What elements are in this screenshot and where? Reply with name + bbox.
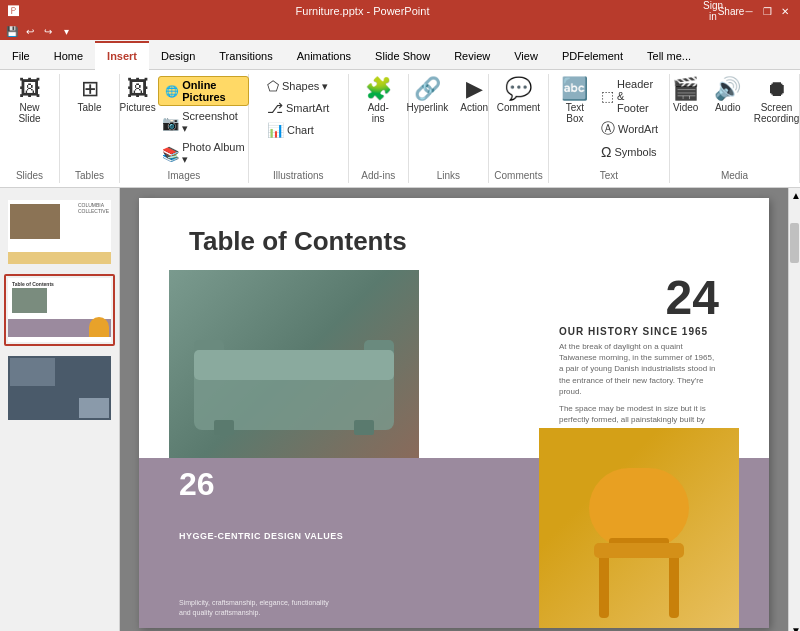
- group-text: 🔤 TextBox ⬚ Header & Footer Ⓐ WordArt Ω …: [549, 74, 670, 183]
- ribbon-content: 🖼 NewSlide Slides ⊞ Table Tables 🖼 Pictu: [0, 70, 800, 187]
- hyperlink-icon: 🔗: [414, 78, 441, 100]
- save-quick-btn[interactable]: 💾: [4, 23, 20, 39]
- hyperlink-btn[interactable]: 🔗 Hyperlink: [403, 76, 453, 115]
- group-tables: ⊞ Table Tables: [60, 74, 120, 183]
- sofa-image: [169, 270, 419, 460]
- quick-access-toolbar: 💾 ↩ ↪ ▾: [0, 22, 800, 40]
- tab-review[interactable]: Review: [442, 40, 502, 69]
- restore-btn[interactable]: ❒: [760, 4, 774, 18]
- slide1-accent-bar: [8, 252, 111, 264]
- slide1-mini-content: COLUMBIACOLLECTIVE: [8, 200, 111, 264]
- pictures-icon: 🖼: [127, 78, 149, 100]
- scroll-down-btn[interactable]: ▼: [789, 623, 800, 631]
- slide2-chair-img: [89, 317, 109, 337]
- tab-transitions[interactable]: Transitions: [207, 40, 284, 69]
- audio-icon: 🔊: [714, 78, 741, 100]
- undo-btn[interactable]: ↩: [22, 23, 38, 39]
- shapes-label: Shapes ▾: [282, 80, 328, 93]
- tab-slideshow[interactable]: Slide Show: [363, 40, 442, 69]
- images-group-label: Images: [167, 168, 200, 181]
- online-pictures-label: Online Pictures: [182, 79, 242, 103]
- hygge-title: HYGGE-CENTRIC DESIGN VALUES: [179, 530, 343, 543]
- pictures-btn[interactable]: 🖼 Pictures: [119, 76, 156, 115]
- addins-btn[interactable]: 🧩 Add-ins: [358, 76, 398, 126]
- hygge-text1: Simplicity, craftsmanship, elegance, fun…: [179, 598, 339, 618]
- online-pictures-btn[interactable]: 🌐 Online Pictures: [158, 76, 249, 106]
- group-addins: 🧩 Add-ins Add-ins: [349, 74, 409, 183]
- scroll-up-btn[interactable]: ▲: [789, 188, 800, 203]
- slide-thumb-1[interactable]: 1 COLUMBIACOLLECTIVE: [4, 196, 115, 268]
- tables-group-label: Tables: [75, 168, 104, 181]
- our-history-title: OUR HISTORY SINCE 1965: [559, 326, 719, 337]
- addins-group-items: 🧩 Add-ins: [358, 76, 398, 168]
- textbox-btn[interactable]: 🔤 TextBox: [555, 76, 595, 126]
- slide-panel: 1 COLUMBIACOLLECTIVE 2 Table of Contents: [0, 188, 120, 631]
- ribbon-tabs: File Home Insert Design Transitions Anim…: [0, 40, 800, 70]
- tab-view[interactable]: View: [502, 40, 550, 69]
- comment-btn[interactable]: 💬 Comment: [493, 76, 544, 115]
- ribbon: File Home Insert Design Transitions Anim…: [0, 40, 800, 188]
- slide2-mini-title: Table of Contents: [12, 281, 54, 287]
- redo-btn[interactable]: ↪: [40, 23, 56, 39]
- slide3-img2: [79, 398, 109, 418]
- slide3-mini-content: [8, 356, 111, 420]
- powerpoint-icon: 🅿: [8, 5, 19, 17]
- slide2-mini-content: Table of Contents: [8, 278, 111, 342]
- illustrations-small-btns: ⬠ Shapes ▾ ⎇ SmartArt 📊 Chart: [263, 76, 333, 140]
- screen-recording-icon: ⏺: [766, 78, 788, 100]
- tab-home[interactable]: Home: [42, 40, 95, 69]
- audio-btn[interactable]: 🔊 Audio: [708, 76, 748, 115]
- text-group-label: Text: [600, 168, 618, 181]
- slide-thumb-3[interactable]: 3: [4, 352, 115, 424]
- vertical-scrollbar[interactable]: ▲ ▼: [788, 188, 800, 631]
- title-bar-left: 🅿: [8, 5, 19, 17]
- photo-album-icon: 📚: [162, 146, 179, 162]
- video-icon: 🎬: [672, 78, 699, 100]
- tab-design[interactable]: Design: [149, 40, 207, 69]
- title-bar: 🅿 Furniture.pptx - PowerPoint Sign in Sh…: [0, 0, 800, 22]
- illustrations-group-items: ⬠ Shapes ▾ ⎇ SmartArt 📊 Chart: [263, 76, 333, 168]
- media-group-items: 🎬 Video 🔊 Audio ⏺ ScreenRecording: [666, 76, 800, 168]
- symbols-btn[interactable]: Ω Symbols: [597, 142, 663, 162]
- header-footer-label: Header & Footer: [617, 78, 659, 114]
- symbols-label: Symbols: [614, 146, 656, 158]
- video-btn[interactable]: 🎬 Video: [666, 76, 706, 115]
- share-btn[interactable]: Share: [724, 4, 738, 18]
- tab-insert[interactable]: Insert: [95, 41, 149, 70]
- text-group-items: 🔤 TextBox ⬚ Header & Footer Ⓐ WordArt Ω …: [555, 76, 663, 168]
- illustrations-group-label: Illustrations: [273, 168, 324, 181]
- slide-canvas[interactable]: Table of Contents 24 OUR HISTORY SINCE 1…: [139, 198, 769, 628]
- new-slide-btn[interactable]: 🖼 NewSlide: [10, 76, 50, 126]
- tab-tell-me[interactable]: Tell me...: [635, 40, 703, 69]
- slide1-logo: COLUMBIACOLLECTIVE: [78, 202, 109, 214]
- tab-animations[interactable]: Animations: [285, 40, 363, 69]
- photo-album-label: Photo Album ▾: [182, 141, 245, 166]
- chart-btn[interactable]: 📊 Chart: [263, 120, 333, 140]
- window-controls: Sign in Share ─ ❒ ✕: [706, 4, 792, 18]
- scroll-thumb[interactable]: [790, 223, 799, 263]
- slide1-chair-img: [10, 204, 60, 239]
- header-footer-btn[interactable]: ⬚ Header & Footer: [597, 76, 663, 116]
- customize-quick-access-btn[interactable]: ▾: [58, 23, 74, 39]
- group-comments: 💬 Comment Comments: [489, 74, 549, 183]
- chart-label: Chart: [287, 124, 314, 136]
- close-btn[interactable]: ✕: [778, 4, 792, 18]
- wordart-label: WordArt: [618, 123, 658, 135]
- slide-thumb-2[interactable]: 2 Table of Contents: [4, 274, 115, 346]
- tab-pdfelement[interactable]: PDFelement: [550, 40, 635, 69]
- section2-number: 26: [179, 466, 215, 503]
- table-btn[interactable]: ⊞ Table: [70, 76, 110, 115]
- shapes-btn[interactable]: ⬠ Shapes ▾: [263, 76, 333, 96]
- photo-album-btn[interactable]: 📚 Photo Album ▾: [158, 139, 249, 168]
- new-slide-icon: 🖼: [19, 78, 41, 100]
- screenshot-btn[interactable]: 📷 Screenshot ▾: [158, 108, 249, 137]
- addins-icon: 🧩: [365, 78, 392, 100]
- minimize-btn[interactable]: ─: [742, 4, 756, 18]
- header-footer-icon: ⬚: [601, 88, 614, 104]
- tab-file[interactable]: File: [0, 40, 42, 69]
- slide-main-title: Table of Contents: [189, 226, 407, 257]
- smartart-label: SmartArt: [286, 102, 329, 114]
- wordart-btn[interactable]: Ⓐ WordArt: [597, 118, 663, 140]
- smartart-btn[interactable]: ⎇ SmartArt: [263, 98, 333, 118]
- screen-recording-btn[interactable]: ⏺ ScreenRecording: [750, 76, 800, 126]
